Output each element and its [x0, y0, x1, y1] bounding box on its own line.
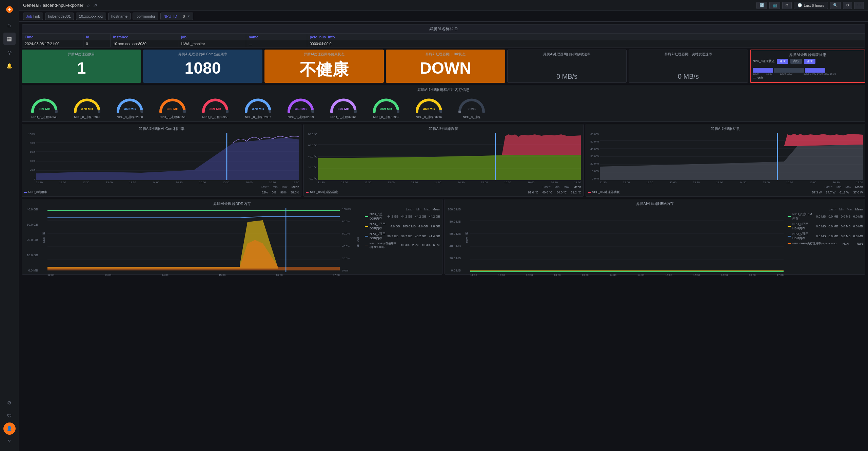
gauge-item-10: 0 MBNPU_0_进程 [451, 95, 492, 119]
gauge-item-8: 369 MBNPU_0_进程32962 [366, 95, 407, 119]
ddr-yaxis-left: 40.0 GB 30.0 GB 20.0 GB 10.0 GB 0.0 MB [24, 208, 39, 272]
ai-core-yaxis: 100%80%60%40%20%0 [24, 133, 36, 180]
gauge-item-2: 369 MBNPU_0_进程32950 [110, 95, 150, 119]
job-filter[interactable]: Job | job [23, 13, 43, 20]
ddr-chart: 12:0013:0014:0015:0016:0017:00 [47, 208, 340, 272]
gauge-row: 369 MBNPU_0_进程32948370 MBNPU_0_进程3294936… [24, 95, 863, 119]
hbm-content: 100.0 MB 80.0 MB 60.0 MB 40.0 MB 20.0 MB… [447, 208, 863, 272]
health-status-offline: 离线 [790, 59, 802, 64]
power-chart-panel: 昇腾AI处理器功耗 60.0 W50.0 W40.0 W30.0 W20.0 W… [586, 124, 865, 197]
col-time[interactable]: Time [22, 34, 83, 40]
hostname-filter[interactable]: hostname [108, 13, 131, 20]
svg-text:369 MB: 369 MB [124, 107, 136, 111]
ddr-yaxis-right: 100.0% 80.0% 60.0% 40.0% 20.0% 0.0% [341, 208, 355, 272]
ip-filter[interactable]: 10.xxx.xxx.xxx [76, 13, 106, 20]
gauge-label-4: NPU_0_进程32955 [202, 115, 228, 119]
gauge-label-8: NPU_0_进程32962 [373, 115, 399, 119]
gauge-item-0: 369 MBNPU_0_进程32948 [24, 95, 65, 119]
sidebar-item-home[interactable]: ⌂ [3, 19, 16, 31]
settings-btn[interactable]: ⚙ [782, 2, 792, 9]
temperature-legend-label: NPU_0AI处理器温度 [310, 190, 338, 194]
gauge-label-6: NPU_0_进程32959 [288, 115, 314, 119]
health-title: 昇腾AI处理器健康状态 [753, 52, 863, 57]
topbar: General / ascend-npu-exporter ☆ ⇗ 🔢 📺 ⚙ … [19, 0, 868, 11]
tv-icon: 📺 [772, 3, 777, 7]
sidebar-item-dashboard[interactable]: ▦ [3, 33, 16, 45]
svg-text:369 MB: 369 MB [167, 107, 179, 111]
sidebar-item-explore[interactable]: ◎ [3, 46, 16, 58]
refresh-btn[interactable]: ↻ [843, 2, 852, 9]
job-value: job [35, 14, 40, 18]
col-pcie[interactable]: pcie_bus_info [307, 34, 375, 40]
gauge-label-7: NPU_0_进程32961 [330, 115, 356, 119]
cell-name: ... [246, 40, 307, 47]
temperature-yaxis: 80.0 °C60.0 °C40.0 °C20.0 °C0.0 °C [306, 133, 318, 180]
col-name[interactable]: name [246, 34, 307, 40]
gauge-svg-10: 0 MB [456, 95, 487, 114]
job-label: Job [26, 14, 32, 18]
more-btn[interactable]: ⋯ [854, 2, 864, 9]
svg-rect-3 [805, 68, 825, 73]
col-id[interactable]: id [83, 34, 110, 40]
health-status-healthy2: 健康 [804, 59, 815, 64]
gauge-svg-1: 370 MB [72, 95, 102, 114]
main-area: General / ascend-npu-exporter ☆ ⇗ 🔢 📺 ⚙ … [19, 0, 868, 451]
ai-core-chart-inner [36, 133, 299, 180]
topbar-controls: 🔢 📺 ⚙ 🕐 Last 6 hours 🔍 ↻ [756, 2, 864, 9]
breadcrumb-part2: ascend-npu-exporter [43, 3, 83, 8]
gauge-label-3: NPU_0_进程32951 [159, 115, 185, 119]
gauge-svg-0: 369 MB [29, 95, 60, 114]
sidebar-item-user[interactable]: 👤 [3, 422, 16, 435]
ai-core-legend-label: NPU_0利用率 [28, 190, 47, 194]
gauge-svg-9: 369 MB [414, 95, 444, 114]
svg-text:369 MB: 369 MB [380, 107, 392, 111]
node-filter[interactable]: kubenode001 [45, 13, 74, 20]
tv-mode-btn[interactable]: 📺 [769, 2, 780, 9]
sidebar-logo[interactable] [3, 3, 16, 16]
sidebar-item-bell[interactable]: 🔔 [3, 60, 16, 72]
sidebar-item-shield[interactable]: 🛡 [3, 410, 16, 422]
col-job[interactable]: job [178, 34, 246, 40]
star-icon[interactable]: ☆ [86, 3, 91, 8]
share-icon[interactable]: ⇗ [93, 3, 97, 8]
svg-text:370 MB: 370 MB [252, 107, 264, 111]
refresh-icon: ↻ [846, 3, 849, 7]
cell-instance: 10.xxx.xxx.xxx:8080 [110, 40, 178, 47]
gauge-svg-6: 369 MB [285, 95, 316, 114]
gauge-label-10: NPU_0_进程 [463, 115, 480, 119]
filterbar: Job | job kubenode001 10.xxx.xxx.xxx hos… [19, 11, 868, 22]
more-icon: ⋯ [857, 3, 861, 7]
gauge-item-6: 369 MBNPU_0_进程32959 [280, 95, 321, 119]
gauge-item-9: 369 MBNPU_0_进程33216 [409, 95, 449, 119]
job-monitor-filter[interactable]: job=monitor [133, 13, 158, 20]
cell-pcie: 0000:04:00.0 [307, 40, 375, 47]
gauge-item-4: 369 MBNPU_0_进程32955 [195, 95, 236, 119]
status-cards-row: 昇腾AI处理器数目 1 昇腾AI处理器的AI Core当前频率 1080 昇腾A… [22, 50, 865, 83]
table-row: 2024-03-08 17:21:00 0 10.xxx.xxx.xxx:808… [22, 40, 865, 47]
svg-text:11:30: 11:30 [753, 73, 759, 75]
add-panel-btn[interactable]: 🔢 [756, 2, 767, 9]
ddr-content: 40.0 GB 30.0 GB 20.0 GB 10.0 GB 0.0 MB D… [24, 208, 440, 272]
time-range-btn[interactable]: 🕐 Last 6 hours [794, 2, 828, 9]
temperature-chart-title: 昇腾AI处理器温度 [306, 126, 581, 131]
col-other[interactable]: ... [375, 34, 865, 40]
gauge-label-0: NPU_0_进程32948 [31, 115, 57, 119]
zoom-out-btn[interactable]: 🔍 [830, 2, 841, 9]
ddr-title: 昇腾AI处理器DDR内存 [24, 201, 440, 206]
svg-text:0 MB: 0 MB [468, 107, 476, 111]
chevron-down-icon: ▼ [187, 15, 190, 18]
clock-icon: 🕐 [797, 3, 802, 7]
settings-icon: ⚙ [785, 3, 789, 7]
gauge-label-9: NPU_0_进程33216 [416, 115, 442, 119]
cell-other: ... [375, 40, 865, 47]
hbm-yaxis: 100.0 MB 80.0 MB 60.0 MB 40.0 MB 20.0 MB… [447, 208, 462, 272]
sidebar-item-gear[interactable]: ⚙ [3, 397, 16, 409]
ai-core-chart-panel: 昇腾AI处理器AI Core利用率 100%80%60%40%20%0 [22, 124, 301, 197]
npu-id-select[interactable]: NPU_ID | 0 ▼ [160, 13, 193, 20]
sidebar-item-help[interactable]: ? [3, 435, 16, 448]
temperature-chart-area: 80.0 °C60.0 °C40.0 °C20.0 °C0.0 °C [306, 133, 581, 180]
col-instance[interactable]: instance [110, 34, 178, 40]
npu-count-card: 昇腾AI处理器数目 1 [22, 50, 141, 83]
svg-rect-1 [753, 68, 773, 73]
gauge-section: 昇腾AI处理器进程占用内存信息 369 MBNPU_0_进程32948370 M… [22, 85, 865, 122]
